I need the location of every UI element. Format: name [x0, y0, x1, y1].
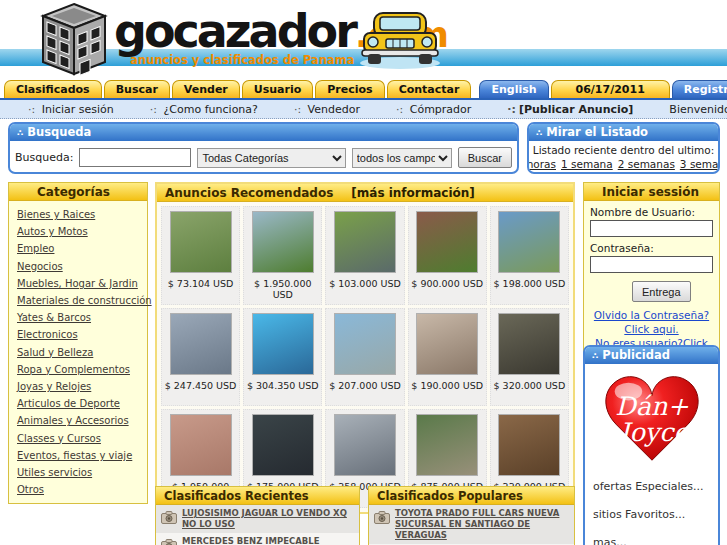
listing-photo [170, 313, 232, 375]
publish-label: [Publicar Anuncio] [519, 103, 633, 116]
listing-card[interactable]: $ 73.104 USD [161, 206, 240, 305]
category-link-materiales-de-construcci-n[interactable]: Materiales de construcción [17, 292, 139, 309]
category-link-joyas-y-relojes[interactable]: Joyas y Relojes [17, 378, 139, 395]
category-link-otros[interactable]: Otros [17, 481, 139, 498]
subnav-item-iniciar-sesi-n[interactable]: ·: Iniciar sesión [28, 103, 114, 116]
category-select[interactable]: Todas Categorías [197, 148, 345, 168]
listing-price: $ 1.950.000 USD [246, 278, 319, 301]
category-link-electronicos[interactable]: Electronicos [17, 326, 139, 343]
login-panel: Iniciar sessión Nombre de Usuario: Contr… [583, 182, 720, 371]
category-link-classes-y-cursos[interactable]: Classes y Cursos [17, 430, 139, 447]
category-link-empleo[interactable]: Empleo [17, 240, 139, 257]
listado-links-group: 24 horas1 semana2 semanas3 semanas [529, 158, 718, 170]
listing-price: $ 320.000 USD [494, 380, 566, 402]
category-link-yates-barcos[interactable]: Yates & Barcos [17, 309, 139, 326]
publicidad-links: ofertas Especiales...sitios Favoritos...… [585, 476, 718, 545]
category-link-ropa-y-complementos[interactable]: Ropa y Complementos [17, 361, 139, 378]
listing-card[interactable]: $ 1.950.000 USD [243, 206, 322, 305]
listing-photo [334, 414, 396, 476]
category-link-animales-y-accesorios[interactable]: Animales y Accesorios [17, 412, 139, 429]
primary-nav: ClasificadosBuscarVenderUsuarioPreciosCo… [0, 79, 727, 98]
heart-ad[interactable]: Dán+ Joyce [585, 364, 718, 476]
category-link-articulos-de-deporte[interactable]: Articulos de Deporte [17, 395, 139, 412]
listado-link-1-semana[interactable]: 1 semana [561, 158, 613, 170]
listing-card[interactable]: $ 304.350 USD [243, 308, 322, 406]
classified-row: LUJOSISIMO JAGUAR LO VENDO XQ NO LO USO [156, 505, 359, 533]
listado-link-2-semanas[interactable]: 2 semanas [618, 158, 675, 170]
more-info-link[interactable]: [más información] [351, 186, 475, 199]
classified-link-toyota-prado-full-cars-nueva-s[interactable]: TOYOTA PRADO FULL CARS NUEVA SUCURSAL EN… [395, 508, 569, 541]
category-link-utiles-servicios[interactable]: Utiles servicios [17, 464, 139, 481]
category-link-salud-y-belleza[interactable]: Salud y Belleza [17, 344, 139, 361]
camera-icon [374, 509, 390, 528]
nav-tab-contactar[interactable]: Contactar [387, 80, 472, 98]
bullet-icon: ·: [396, 103, 403, 116]
categories-list: Bienes y RaicesAutos y MotosEmpleoNegoci… [9, 201, 147, 498]
nav-tab-registro[interactable]: Registro [672, 80, 727, 98]
listing-price: $ 207.000 USD [329, 380, 401, 402]
listing-price: $ 247.450 USD [165, 380, 237, 402]
listing-card[interactable]: $ 207.000 USD [325, 308, 404, 406]
page: gocazador.com anuncios y clasificados de… [0, 0, 727, 545]
listado-panel-title: Mirar el Listado [546, 125, 648, 139]
listing-card[interactable]: $ 190.000 USD [408, 308, 487, 406]
camera-icon [161, 509, 177, 528]
listing-card[interactable]: $ 103.000 USD [325, 206, 404, 305]
nav-tab-usuario[interactable]: Usuario [242, 80, 314, 98]
camera-icon [161, 537, 177, 545]
listing-card[interactable]: $ 320.000 USD [490, 308, 569, 406]
categories-header: Categorías [9, 183, 147, 201]
search-button[interactable]: Buscar [458, 147, 512, 168]
listing-card[interactable]: $ 198.000 USD [490, 206, 569, 305]
car-icon [356, 8, 444, 74]
password-field[interactable] [590, 256, 713, 273]
username-field[interactable] [590, 220, 713, 237]
search-form: Busqueda: Todas Categorías todos los cam… [10, 141, 517, 174]
bullet-icon: ·: [294, 103, 301, 116]
listing-photo [170, 211, 232, 273]
subnav-item-publicar-anuncio[interactable]: ·:[Publicar Anuncio] [507, 103, 633, 116]
category-link-negocios[interactable]: Negocios [17, 258, 139, 275]
listado-body: Listado reciente dentro del ultimo: 24 h… [529, 141, 718, 170]
promo-link-ofertas-especiales[interactable]: ofertas Especiales... [593, 480, 710, 493]
category-link-bienes-y-raices[interactable]: Bienes y Raices [17, 206, 139, 223]
subnav-item-c-mprador[interactable]: ·: Cómprador [396, 103, 471, 116]
listing-photo [416, 211, 478, 273]
nav-tab-buscar[interactable]: Buscar [104, 80, 170, 98]
recommended-header: Anuncios Recomendados [más información] [157, 184, 573, 202]
promo-link-sitios-favoritos[interactable]: sitios Favoritos... [593, 508, 710, 521]
recommended-title: Anuncios Recomendados [165, 186, 333, 199]
nav-tab-clasificados[interactable]: Clasificados [4, 80, 102, 98]
nav-tabs-group: ClasificadosBuscarVenderUsuarioPreciosCo… [4, 80, 473, 98]
category-link-autos-y-motos[interactable]: Autos y Motos [17, 223, 139, 240]
logo-text: gocazador [114, 4, 355, 58]
classified-link-lujosisimo-jaguar-lo-vendo-xq-[interactable]: LUJOSISIMO JAGUAR LO VENDO XQ NO LO USO [182, 508, 354, 530]
nav-tab-precios[interactable]: Precios [315, 80, 384, 98]
fields-select[interactable]: todos los campos [352, 148, 452, 168]
nav-tab-vender[interactable]: Vender [172, 80, 240, 98]
promo-link-mas[interactable]: mas... [593, 536, 710, 545]
listing-price: $ 190.000 USD [411, 380, 483, 402]
forgot-password-link[interactable]: Olvido la Contraseña?Click aqui. [590, 308, 713, 336]
category-link-eventos-fiestas-y-viaje[interactable]: Eventos, fiestas y viaje [17, 447, 139, 464]
categories-panel: Categorías Bienes y RaicesAutos y MotosE… [8, 182, 148, 504]
publicidad-title: Publicidad [602, 348, 670, 362]
listing-photo [252, 313, 314, 375]
listing-card[interactable]: $ 247.450 USD [161, 308, 240, 406]
listado-link-24-horas[interactable]: 24 horas [527, 158, 556, 170]
classified-link-mercedes-benz-impecable-maneje[interactable]: MERCEDES BENZ IMPECABLE MANEJELO Y [182, 536, 354, 545]
listing-photo [416, 313, 478, 375]
search-input[interactable] [79, 148, 191, 167]
password-label: Contraseña: [590, 242, 713, 254]
subnav-item-vendedor[interactable]: ·: Vendedor [294, 103, 360, 116]
welcome-status: Bienvenido: Invitado [669, 103, 727, 116]
publicidad-header: ∴Publicidad [585, 347, 718, 364]
category-link-muebles-hogar-jardin[interactable]: Muebles, Hogar & Jardin [17, 275, 139, 292]
listing-photo [252, 211, 314, 273]
nav-tab-english[interactable]: English [479, 80, 548, 98]
listing-card[interactable]: $ 900.000 USD [408, 206, 487, 305]
heart-text-line2: Joyce [615, 417, 690, 447]
listado-link-3-semanas[interactable]: 3 semanas [680, 158, 720, 170]
subnav-item-como-funciona[interactable]: ·: ¿Como funciona? [150, 103, 258, 116]
login-submit-button[interactable]: Entrega [632, 281, 691, 302]
